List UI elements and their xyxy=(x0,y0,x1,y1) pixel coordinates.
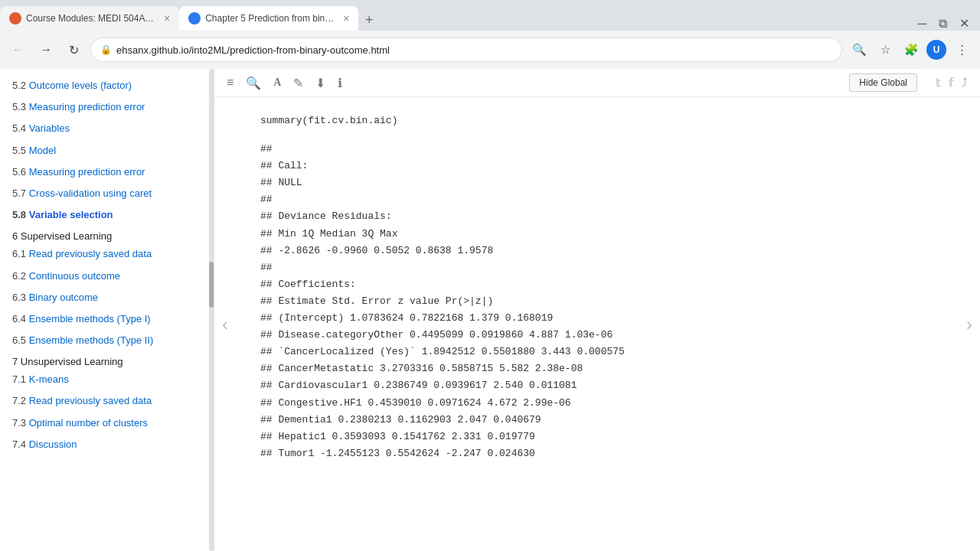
tab-title-2: Chapter 5 Prediction from binary outcome… xyxy=(205,13,335,24)
out11: ## Disease.categoryOther 0.4495099 0.091… xyxy=(260,329,612,341)
sidebar-label-56: Measuring prediction error xyxy=(29,166,145,178)
output-line-14: ## Cardiovascular1 0.2386749 0.0939617 2… xyxy=(260,377,934,394)
close-button[interactable]: ✕ xyxy=(955,16,974,31)
tab-favicon-1 xyxy=(9,12,21,24)
sidebar-item-65[interactable]: 6.5 Ensemble methods (Type II) xyxy=(0,330,214,351)
download-icon[interactable]: ⬇ xyxy=(315,76,325,90)
sidebar: 5.2 Outcome levels (factor) 5.3 Measurin… xyxy=(0,69,214,551)
sidebar-scrollbar[interactable] xyxy=(209,69,214,551)
menu-icon[interactable]: ≡ xyxy=(227,76,234,90)
sidebar-number-56: 5.6 xyxy=(12,166,26,178)
output-line-8: ## Coefficients: xyxy=(260,276,934,293)
sidebar-item-64[interactable]: 6.4 Ensemble methods (Type I) xyxy=(0,308,214,330)
prev-page-button[interactable]: ‹ xyxy=(214,306,236,343)
tab-close-2[interactable]: × xyxy=(343,12,349,24)
tab-bar: Course Modules: MEDI 504A 001 2021W1 Eme… xyxy=(0,0,980,31)
refresh-button[interactable]: ↻ xyxy=(63,39,84,60)
output-line-18: ## Tumor1 -1.2455123 0.5542624 -2.247 0.… xyxy=(260,445,934,462)
sidebar-label-73: Optimal number of clusters xyxy=(29,417,148,429)
address-bar-row: ← → ↻ 🔒 ehsanx.github.io/into2ML/predict… xyxy=(0,31,980,69)
sidebar-item-52[interactable]: 5.2 Outcome levels (factor) xyxy=(0,75,214,96)
hide-global-button[interactable]: Hide Global xyxy=(849,73,917,92)
code-input-line: summary(fit.cv.bin.aic) xyxy=(260,112,934,129)
sidebar-section-6-number: 6 xyxy=(12,230,18,242)
output-line-12: ## `CancerLocalized (Yes)` 1.8942512 0.5… xyxy=(260,344,934,360)
sidebar-label-63: Binary outcome xyxy=(29,292,98,303)
sidebar-item-71[interactable]: 7.1 K-means xyxy=(0,369,214,390)
sidebar-item-72[interactable]: 7.2 Read previously saved data xyxy=(0,390,214,412)
out18: ## Tumor1 -1.2455123 0.5542624 -2.247 0.… xyxy=(260,448,535,459)
output-line-2: ## NULL xyxy=(260,174,934,191)
sidebar-label-53: Measuring prediction error xyxy=(29,101,145,112)
menu-button[interactable]: ⋮ xyxy=(951,39,972,60)
sidebar-label-64: Ensemble methods (Type I) xyxy=(29,313,151,324)
out17: ## Hepatic1 0.3593093 0.1541762 2.331 0.… xyxy=(260,431,535,442)
sidebar-label-57: Cross-validation using caret xyxy=(29,187,152,199)
tab-1[interactable]: Course Modules: MEDI 504A 001 2021W1 Eme… xyxy=(0,6,179,31)
out13: ## CancerMetastatic 3.2703316 0.5858715 … xyxy=(260,363,583,374)
out6: ## -2.8626 -0.9960 0.5052 0.8638 1.9578 xyxy=(260,245,493,256)
out4: ## Deviance Residuals: xyxy=(260,210,392,222)
sidebar-item-56[interactable]: 5.6 Measuring prediction error xyxy=(0,161,214,183)
out5: ## Min 1Q Median 3Q Max xyxy=(260,228,397,240)
sidebar-item-57[interactable]: 5.7 Cross-validation using caret xyxy=(0,183,214,204)
tab-close-1[interactable]: × xyxy=(164,12,170,24)
out3: ## xyxy=(260,194,273,205)
facebook-icon[interactable]: 𝕗 xyxy=(949,76,954,90)
output-line-11: ## Disease.categoryOther 0.4495099 0.091… xyxy=(260,327,934,344)
tab-title-1: Course Modules: MEDI 504A 001 2021W1 Eme… xyxy=(26,13,156,24)
sidebar-scrollbar-thumb[interactable] xyxy=(209,262,214,308)
sidebar-section-6-label: Supervised Learning xyxy=(21,230,112,242)
sidebar-section-7-number: 7 xyxy=(12,356,18,367)
content-area: summary(fit.cv.bin.aic) ## ## Call: ## N… xyxy=(214,97,980,478)
maximize-button[interactable]: ⧉ xyxy=(934,17,952,31)
minimize-button[interactable]: ─ xyxy=(913,17,931,31)
sidebar-section-7: 7 Unsupervised Learning xyxy=(0,351,214,369)
sidebar-number-73: 7.3 xyxy=(12,417,26,429)
sidebar-item-58[interactable]: 5.8 Variable selection xyxy=(0,204,214,226)
back-button[interactable]: ← xyxy=(8,39,29,60)
sidebar-item-54[interactable]: 5.4 Variables xyxy=(0,118,214,139)
out9: ## Estimate Std. Error z value Pr(>|z|) xyxy=(260,295,493,307)
output-line-7: ## xyxy=(260,259,934,276)
bookmark-button[interactable]: ☆ xyxy=(874,39,896,60)
twitter-icon[interactable]: 𝕥 xyxy=(936,76,941,90)
output-line-15: ## Congestive.HF1 0.4539010 0.0971624 4.… xyxy=(260,395,934,412)
forward-button[interactable]: → xyxy=(35,39,57,60)
out7: ## xyxy=(260,262,273,273)
sidebar-item-53[interactable]: 5.3 Measuring prediction error xyxy=(0,96,214,118)
new-tab-button[interactable]: + xyxy=(358,9,380,31)
sidebar-number-57: 5.7 xyxy=(12,187,26,199)
sidebar-item-63[interactable]: 6.3 Binary outcome xyxy=(0,287,214,308)
sidebar-number-71: 7.1 xyxy=(12,373,26,385)
search-icon[interactable]: 🔍 xyxy=(246,76,261,90)
extensions-button[interactable]: 🧩 xyxy=(900,39,922,60)
sidebar-item-62[interactable]: 6.2 Continuous outcome xyxy=(0,266,214,287)
sidebar-number-53: 5.3 xyxy=(12,101,26,112)
share-icon[interactable]: ⤴ xyxy=(962,76,968,90)
sidebar-number-54: 5.4 xyxy=(12,122,26,134)
edit-icon[interactable]: ✎ xyxy=(293,76,303,90)
output-line-10: ## (Intercept) 1.0783624 0.7822168 1.379… xyxy=(260,310,934,327)
output-line-17: ## Hepatic1 0.3593093 0.1541762 2.331 0.… xyxy=(260,429,934,445)
sidebar-number-62: 6.2 xyxy=(12,270,26,282)
sidebar-label-62: Continuous outcome xyxy=(29,270,120,282)
sidebar-item-74[interactable]: 7.4 Discussion xyxy=(0,434,214,455)
sidebar-item-55[interactable]: 5.5 Model xyxy=(0,140,214,161)
out14: ## Cardiovascular1 0.2386749 0.0939617 2… xyxy=(260,380,577,391)
content-wrapper: ‹ › summary(fit.cv.bin.aic) ## ## Call: … xyxy=(214,97,980,551)
browser-toolbar-icons: 🔍 ☆ 🧩 U ⋮ xyxy=(848,39,972,60)
search-browser-button[interactable]: 🔍 xyxy=(848,39,870,60)
sidebar-label-55: Model xyxy=(29,145,56,156)
output-line-1: ## Call: xyxy=(260,158,934,174)
font-icon[interactable]: A xyxy=(273,77,281,89)
sidebar-item-61[interactable]: 6.1 Read previously saved data xyxy=(0,243,214,265)
next-page-button[interactable]: › xyxy=(959,306,980,343)
sidebar-item-73[interactable]: 7.3 Optimal number of clusters xyxy=(0,412,214,434)
address-bar[interactable]: 🔒 ehsanx.github.io/into2ML/prediction-fr… xyxy=(90,37,842,62)
out1: ## Call: xyxy=(260,160,308,171)
tab-2[interactable]: Chapter 5 Prediction from binary outcome… xyxy=(179,6,358,31)
user-avatar[interactable]: U xyxy=(926,40,946,60)
sidebar-label-74: Discussion xyxy=(29,439,77,450)
info-icon[interactable]: ℹ xyxy=(338,76,342,90)
